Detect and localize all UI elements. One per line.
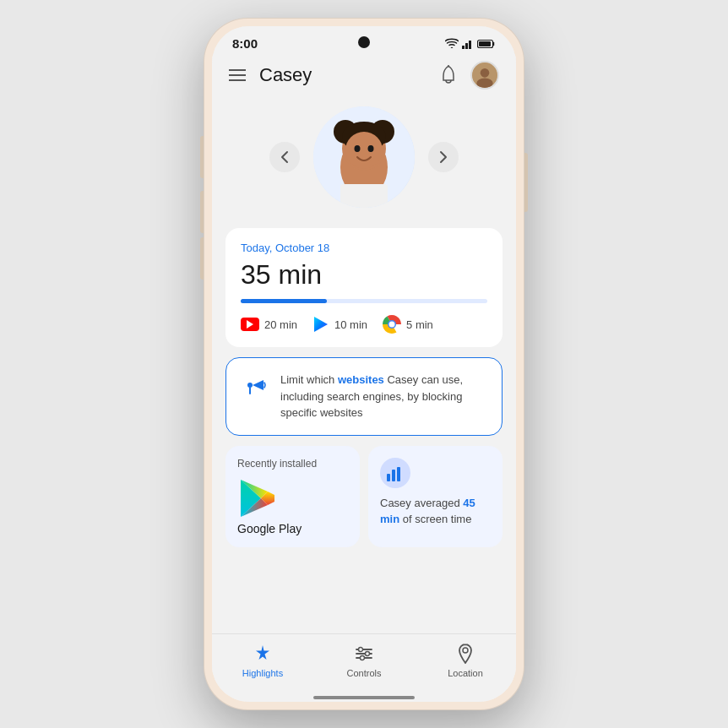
top-bar-left: Casey — [229, 64, 312, 86]
status-icons — [445, 38, 496, 49]
prev-child-button[interactable] — [269, 142, 300, 172]
next-child-button[interactable] — [428, 142, 459, 172]
promo-card[interactable]: Limit which websites Casey can use, incl… — [225, 357, 503, 436]
svg-rect-0 — [462, 46, 465, 49]
highlights-icon — [252, 643, 274, 665]
google-play-small-icon — [312, 316, 329, 333]
promo-text-prefix: Limit which — [280, 373, 338, 386]
wifi-icon — [445, 38, 459, 49]
youtube-time: 20 min — [264, 318, 297, 331]
recently-installed-card[interactable]: Recently installed — [225, 446, 360, 547]
nav-item-highlights[interactable]: Highlights — [212, 643, 313, 678]
nav-item-controls[interactable]: Controls — [313, 643, 415, 678]
camera-notch — [358, 36, 370, 48]
chrome-icon — [383, 315, 401, 334]
home-indicator-bar — [313, 696, 415, 699]
controls-label: Controls — [347, 668, 382, 678]
screen-time-value: 35 min — [241, 259, 487, 291]
svg-point-17 — [355, 145, 361, 152]
svg-point-32 — [261, 652, 264, 655]
top-bar: Casey — [212, 54, 516, 100]
parent-avatar[interactable] — [470, 61, 499, 90]
bell-icon[interactable] — [437, 63, 460, 87]
signal-icon — [462, 39, 474, 49]
location-label: Location — [448, 668, 483, 678]
stats-card[interactable]: Casey averaged 45 min of screen time — [368, 446, 503, 547]
nav-item-location[interactable]: Location — [415, 643, 516, 678]
svg-marker-20 — [314, 317, 328, 332]
svg-point-9 — [476, 79, 492, 89]
stats-text-suffix: of screen time — [399, 513, 471, 525]
app-usage-row: 20 min — [241, 315, 487, 334]
gplay-usage: 10 min — [312, 316, 367, 333]
svg-point-23 — [389, 322, 395, 328]
phone-frame: 8:00 — [204, 18, 524, 710]
screen-time-card: Today, October 18 35 min 20 min — [225, 228, 503, 347]
scroll-content: Today, October 18 35 min 20 min — [212, 100, 516, 633]
app-content: Casey — [212, 54, 516, 702]
date-label: Today, October 18 — [241, 242, 487, 254]
svg-rect-19 — [340, 184, 388, 208]
chrome-time: 5 min — [406, 318, 433, 331]
promo-icon — [242, 372, 269, 399]
recently-installed-label: Recently installed — [237, 458, 348, 470]
location-icon — [454, 643, 476, 665]
svg-point-36 — [359, 648, 363, 652]
top-bar-right — [437, 61, 499, 90]
progress-bar — [241, 299, 487, 303]
youtube-icon — [241, 318, 259, 331]
stats-icon — [380, 458, 410, 488]
promo-text-bold: websites — [338, 373, 384, 386]
svg-rect-30 — [392, 470, 395, 481]
phone-screen: 8:00 — [212, 26, 516, 702]
bottom-cards-row: Recently installed — [225, 446, 503, 547]
google-play-large-icon — [237, 478, 278, 519]
svg-rect-31 — [397, 467, 400, 481]
profile-section — [225, 100, 503, 218]
child-avatar — [313, 106, 415, 208]
svg-point-37 — [366, 652, 370, 656]
promo-text: Limit which websites Casey can use, incl… — [280, 372, 486, 421]
recently-installed-app-name: Google Play — [237, 522, 348, 535]
svg-rect-5 — [479, 41, 491, 46]
stats-text: Casey averaged 45 min of screen time — [380, 495, 491, 528]
menu-icon[interactable] — [229, 69, 246, 81]
progress-bar-fill — [241, 299, 327, 303]
home-indicator — [212, 697, 516, 702]
svg-rect-2 — [469, 41, 471, 49]
svg-point-38 — [361, 656, 365, 660]
page-title: Casey — [259, 64, 312, 86]
svg-rect-1 — [465, 43, 468, 49]
svg-point-16 — [345, 132, 383, 169]
status-time: 8:00 — [232, 36, 258, 51]
bottom-spacer — [225, 557, 503, 564]
controls-icon — [353, 643, 375, 665]
stats-text-prefix: Casey averaged — [380, 497, 463, 509]
svg-rect-29 — [387, 474, 390, 481]
youtube-usage: 20 min — [241, 318, 297, 331]
chrome-usage: 5 min — [383, 315, 433, 334]
status-bar: 8:00 — [212, 26, 516, 54]
battery-icon — [477, 39, 496, 49]
highlights-label: Highlights — [242, 668, 283, 678]
svg-point-18 — [368, 145, 374, 152]
bottom-nav: Highlights Controls — [212, 633, 516, 695]
svg-point-39 — [463, 648, 468, 653]
gplay-time: 10 min — [334, 318, 367, 331]
svg-point-8 — [481, 68, 490, 78]
